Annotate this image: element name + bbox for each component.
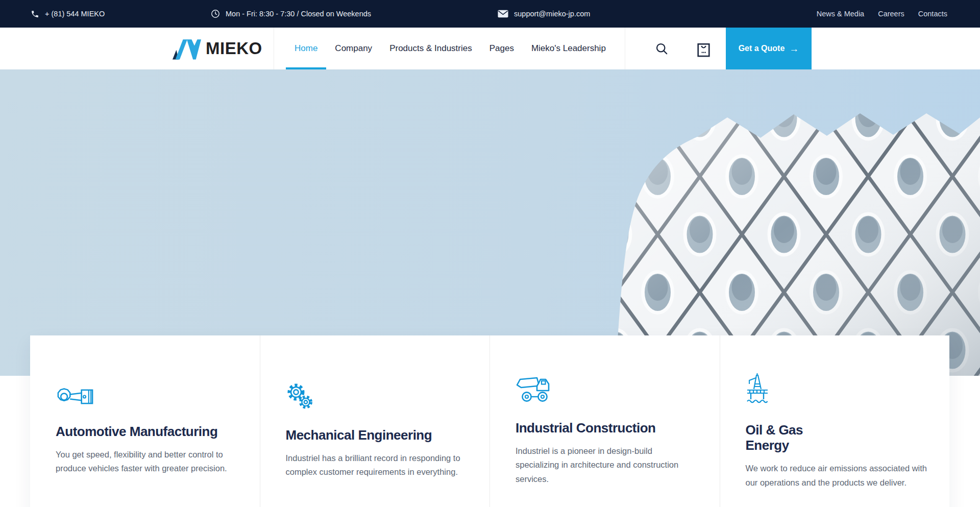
topbar-hours: Mon - Fri: 8:30 - 7:30 / Closed on Weeke… (211, 0, 371, 28)
card-title: Automotive Manufacturing (56, 424, 237, 440)
topbar-email-link[interactable]: support@mieko-jp.com (498, 0, 590, 28)
nav-item-company[interactable]: Company (326, 28, 381, 69)
nav-item-pages[interactable]: Pages (481, 28, 523, 69)
main-nav: Home Company Products & Industries Pages… (286, 28, 615, 69)
topbar-phone-text: + (81) 544 MIEKO (45, 10, 105, 18)
shopping-bag-icon (697, 40, 710, 57)
topbar-link-careers[interactable]: Careers (878, 10, 904, 18)
feature-card-mechanical: Mechanical Engineering Industriel has a … (260, 335, 490, 507)
get-a-quote-label: Get a Quote (739, 44, 785, 53)
nav-item-mieko-leadership[interactable]: Mieko's Leadership (523, 28, 615, 69)
topbar-hours-text: Mon - Fri: 8:30 - 7:30 / Closed on Weeke… (226, 10, 371, 18)
nav-item-home[interactable]: Home (286, 28, 326, 69)
brand-logo[interactable]: MIEKO (173, 28, 262, 69)
nav-item-products-industries[interactable]: Products & Industries (381, 28, 481, 69)
cart-button[interactable] (692, 28, 715, 69)
card-body: Industriel is a pioneer in design-build … (516, 444, 697, 487)
get-a-quote-button[interactable]: Get a Quote → (726, 28, 812, 69)
card-body: We work to reduce air emissions associat… (746, 462, 927, 490)
header-divider-right (625, 28, 625, 69)
envelope-icon (498, 10, 508, 18)
search-button[interactable] (650, 28, 673, 69)
topbar: + (81) 544 MIEKO Mon - Fri: 8:30 - 7:30 … (0, 0, 980, 28)
card-title: Industrial Construction (516, 420, 697, 436)
page: + (81) 544 MIEKO Mon - Fri: 8:30 - 7:30 … (0, 0, 980, 507)
search-icon (655, 42, 668, 55)
main-header: MIEKO Home Company Products & Industries… (0, 28, 980, 69)
card-body: You get speed, flexibility and better co… (56, 448, 237, 476)
building-image (0, 69, 980, 376)
card-title: Oil & Gas Energy (746, 422, 927, 453)
feature-card-construction: Industrial Construction Industriel is a … (489, 335, 720, 507)
feature-cards: Automotive Manufacturing You get speed, … (30, 335, 949, 507)
header-divider-left (274, 28, 274, 69)
gears-icon (286, 383, 468, 410)
clock-icon (211, 9, 220, 18)
brand-wordmark: MIEKO (206, 39, 262, 58)
brand-logo-icon (173, 37, 201, 60)
topbar-phone-link[interactable]: + (81) 544 MIEKO (31, 0, 105, 28)
oil-rig-icon (746, 373, 927, 405)
feature-card-oil-gas: Oil & Gas Energy We work to reduce air e… (720, 335, 950, 507)
topbar-link-news-media[interactable]: News & Media (817, 10, 864, 18)
hero-section (0, 69, 980, 376)
card-title: Mechanical Engineering (286, 427, 468, 443)
topbar-links: News & Media Careers Contacts (817, 0, 947, 28)
card-body: Industriel has a brilliant record in res… (286, 451, 468, 479)
phone-icon (31, 10, 39, 18)
arrow-right-icon: → (789, 44, 799, 54)
feature-card-automotive: Automotive Manufacturing You get speed, … (30, 335, 260, 507)
topbar-email-text: support@mieko-jp.com (514, 10, 590, 18)
piston-icon (56, 387, 237, 406)
topbar-link-contacts[interactable]: Contacts (918, 10, 947, 18)
dump-truck-icon (516, 376, 697, 403)
